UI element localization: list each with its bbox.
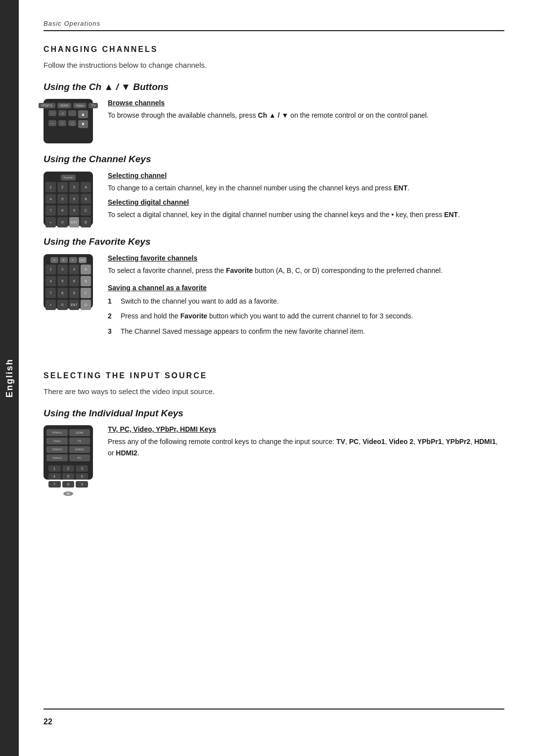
- hdmi-label-btn: HDMI: [57, 103, 71, 108]
- input-numpad: 1 2 3 4 5 6 7 8 9: [48, 465, 89, 488]
- ch-remote-image: YPbPr1 HDMI Video TV — ⏎ ▲ —: [44, 99, 98, 143]
- num-1: 1: [45, 182, 56, 192]
- in-num-7: 7: [48, 481, 61, 488]
- in-num-3: 3: [76, 465, 88, 472]
- ch-remote-art: YPbPr1 HDMI Video TV — ⏎ ▲ —: [44, 99, 93, 143]
- input-w-circle: W: [63, 491, 73, 496]
- saving-steps-list: 1 Switch to the channel you want to add …: [108, 296, 504, 337]
- in-num-6: 6: [76, 473, 88, 480]
- ch-buttons-text: Browse channels To browse through the av…: [108, 99, 504, 143]
- individual-input-block: YPbPr1 HDMI Video TV YPbPr2 HDMI2 Video2…: [44, 425, 504, 480]
- fav-remote-image: A B C Fav 1 2 3 A 4 5 6: [44, 254, 98, 345]
- ch-mute-btn: □: [58, 120, 66, 126]
- num-4: 4: [45, 194, 56, 204]
- in-num-4: 4: [48, 473, 61, 480]
- page-container: English Basic Operations CHANGING CHANNE…: [0, 0, 534, 756]
- num-dot: •: [45, 217, 56, 227]
- step-1: 1 Switch to the channel you want to add …: [108, 296, 504, 307]
- saving-fav-heading: Saving a channel as a favorite: [108, 284, 504, 292]
- fav-num-8: 8: [57, 288, 68, 298]
- ch-pwr-btn: ◯: [68, 120, 76, 126]
- ch-up-arrow: ▲: [78, 110, 88, 118]
- fav-col-D: D: [81, 300, 91, 310]
- num-C: C: [81, 205, 91, 216]
- fav-num-7: 7: [45, 288, 56, 298]
- step-2-text: Press and hold the Favorite button which…: [121, 311, 413, 321]
- channel-remote-image: Favorite 1 2 3 A 4 5 6 B 7 8: [44, 172, 98, 226]
- individual-input-text: TV, PC, Video, YPbPr, HDMI Keys Press an…: [108, 425, 504, 480]
- num-8: 8: [57, 205, 68, 216]
- fav-col-A: A: [81, 265, 91, 275]
- ch-minus-btn: —: [48, 110, 56, 116]
- input-remote-art: YPbPr1 HDMI Video TV YPbPr2 HDMI2 Video2…: [44, 425, 93, 480]
- browse-channels-heading: Browse channels: [108, 99, 504, 107]
- individual-input-heading: Using the Individual Input Keys: [44, 407, 504, 420]
- fav-row-btn: Favorite: [61, 175, 76, 180]
- browse-channels-text: To browse through the available channels…: [108, 110, 504, 121]
- fav-numpad-grid: 1 2 3 A 4 5 6 B 7 8 9 C •: [45, 265, 91, 310]
- selecting-fav-heading: Selecting favorite channels: [108, 254, 504, 262]
- in-num-5: 5: [62, 473, 75, 480]
- ch-vol-btn: —: [48, 120, 56, 126]
- changing-channels-intro: Follow the instructions below to change …: [44, 60, 504, 71]
- fav-num-5: 5: [57, 276, 68, 286]
- fav-num-1: 1: [45, 265, 56, 275]
- ch-top-row: YPbPr1 HDMI Video TV: [46, 103, 90, 108]
- ch-buttons-block: YPbPr1 HDMI Video TV — ⏎ ▲ —: [44, 99, 504, 143]
- section-label: Basic Operations: [44, 20, 504, 45]
- input-remote-image: YPbPr1 HDMI Video TV YPbPr2 HDMI2 Video2…: [44, 425, 98, 480]
- changing-channels-section: CHANGING CHANNELS Follow the instruction…: [44, 45, 504, 355]
- channel-remote-art: Favorite 1 2 3 A 4 5 6 B 7 8: [44, 172, 93, 226]
- ch-bot-row: — □ ◯ ▼: [46, 120, 90, 128]
- ch-mid-row: — ⏎ ▲: [46, 110, 90, 118]
- input-top-grid: YPbPr1 HDMI Video TV YPbPr2 HDMI2 Video2…: [46, 429, 90, 461]
- numpad-grid: 1 2 3 A 4 5 6 B 7 8 9 C •: [45, 182, 91, 227]
- fav-A-btn: A: [50, 257, 58, 263]
- fav-remote-art: A B C Fav 1 2 3 A 4 5 6: [44, 254, 93, 309]
- step-1-text: Switch to the channel you want to add as…: [121, 296, 279, 307]
- fav-fav-btn: Fav: [79, 257, 87, 263]
- ypbpr2-btn: YPbPr2: [46, 446, 68, 453]
- side-tab-label: English: [4, 358, 15, 398]
- channel-keys-heading: Using the Channel Keys: [44, 153, 504, 166]
- fav-remote-top: A B C Fav: [45, 257, 91, 263]
- ypbpr1-btn: YPbPr1: [46, 429, 68, 436]
- num-9: 9: [69, 205, 80, 216]
- step-3-number: 3: [108, 326, 116, 337]
- step-1-number: 1: [108, 296, 116, 307]
- selecting-channel-text: To change to a certain channel, key in t…: [108, 182, 504, 193]
- section-header-text: Basic Operations: [44, 20, 504, 27]
- fav-num-4: 4: [45, 276, 56, 286]
- fav-num-0: 0: [57, 300, 68, 310]
- num-A: A: [81, 182, 91, 192]
- num-5: 5: [57, 194, 68, 204]
- favorite-keys-block: A B C Fav 1 2 3 A 4 5 6: [44, 254, 504, 345]
- fav-ent-btn: ENT: [69, 300, 80, 310]
- fav-C-btn: C: [69, 257, 77, 263]
- channel-keys-text: Selecting channel To change to a certain…: [108, 172, 504, 226]
- favorite-keys-heading: Using the Favorite Keys: [44, 236, 504, 248]
- side-tab: English: [0, 0, 19, 756]
- page-number: 22: [44, 717, 504, 726]
- input-keys-heading: TV, PC, Video, YPbPr, HDMI Keys: [108, 425, 504, 433]
- fav-num-2: 2: [57, 265, 68, 275]
- fav-num-6: 6: [69, 276, 80, 286]
- input-source-title: SELECTING THE INPUT SOURCE: [44, 371, 504, 380]
- selecting-fav-block: Selecting favorite channels To select a …: [108, 254, 504, 276]
- input-source-intro: There are two ways to select the video i…: [44, 386, 504, 398]
- video-in-btn: Video: [46, 438, 68, 445]
- ent-btn: ENT: [69, 217, 80, 227]
- channel-keys-block: Favorite 1 2 3 A 4 5 6 B 7 8: [44, 172, 504, 226]
- step-3: 3 The Channel Saved message appears to c…: [108, 326, 504, 337]
- selecting-digital-heading: Selecting digital channel: [108, 198, 504, 206]
- step-3-text: The Channel Saved message appears to con…: [121, 326, 365, 337]
- selecting-channel-heading: Selecting channel: [108, 172, 504, 179]
- main-content: Basic Operations CHANGING CHANNELS Follo…: [19, 0, 534, 756]
- hdmi-in-btn: HDMI: [69, 429, 90, 436]
- video2-btn: Video2: [46, 454, 68, 461]
- ch-icon-btn: ⏎: [58, 110, 66, 116]
- num-7: 7: [45, 205, 56, 216]
- fav-num-3: 3: [69, 265, 80, 275]
- saving-fav-block: Saving a channel as a favorite 1 Switch …: [108, 284, 504, 337]
- fav-num-9: 9: [69, 288, 80, 298]
